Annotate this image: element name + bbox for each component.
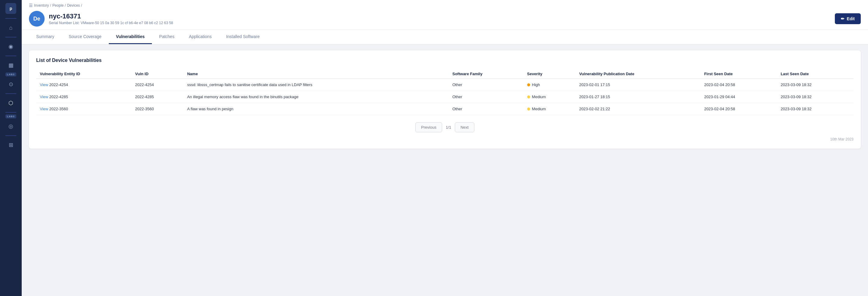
device-serial: Serial Number List: VMware-50 15 0a 30 5… xyxy=(49,21,173,25)
device-header: De nyc-16371 Serial Number List: VMware-… xyxy=(29,11,861,27)
cell-entity-id-2: View 2022-3560 xyxy=(36,103,131,115)
cell-software-family-0: Other xyxy=(449,79,524,91)
vulnerabilities-card: List of Device Vulnerabilities Vulnerabi… xyxy=(29,50,861,149)
tab-source-coverage[interactable]: Source Coverage xyxy=(61,30,109,44)
breadcrumb: ☰ Inventory / People / Devices / xyxy=(29,3,861,8)
tab-applications[interactable]: Applications xyxy=(182,30,219,44)
view-link-0[interactable]: View xyxy=(40,82,48,87)
sidebar-logo[interactable]: p xyxy=(5,3,16,14)
cell-vuln-id-1: 2022-4285 xyxy=(131,91,184,103)
cell-pub-date-0: 2023-02-01 17:15 xyxy=(576,79,701,91)
cell-first-seen-0: 2023-02-04 20:58 xyxy=(701,79,777,91)
sidebar-divider-3 xyxy=(5,93,16,94)
col-entity-id: Vulnerability Entity ID xyxy=(36,69,131,79)
col-software-family: Software Family xyxy=(449,69,524,79)
table-icon[interactable]: ⊞ xyxy=(5,139,17,151)
breadcrumb-icon: ☰ xyxy=(29,3,33,8)
sidebar-divider-2 xyxy=(5,56,16,56)
sidebar-divider-top xyxy=(5,18,16,19)
cell-entity-id-0: View 2022-4254 xyxy=(36,79,131,91)
cell-name-0: sssd: libsss_certmap fails to sanitise c… xyxy=(184,79,449,91)
col-last-seen: Last Seen Date xyxy=(777,69,854,79)
cell-severity-1: Medium xyxy=(524,91,576,103)
col-pub-date: Vulnerability Publication Date xyxy=(576,69,701,79)
device-details: nyc-16371 Serial Number List: VMware-50 … xyxy=(49,12,173,25)
next-button[interactable]: Next xyxy=(455,122,474,132)
col-severity: Severity xyxy=(524,69,576,79)
pagination-info: 1/1 xyxy=(446,125,451,130)
labs-label-2: LABS xyxy=(5,114,16,118)
grid-icon[interactable]: ▦ xyxy=(5,59,17,71)
cell-vuln-id-0: 2022-4254 xyxy=(131,79,184,91)
eye-icon[interactable]: ◉ xyxy=(5,41,17,53)
sidebar-divider-4 xyxy=(5,112,16,113)
tab-patches[interactable]: Patches xyxy=(152,30,182,44)
cell-name-1: An illegal memory access flaw was found … xyxy=(184,91,449,103)
sidebar: p ⌂ ◉ ▦ LABS ⊙ ⬡ LABS ◎ ⊞ xyxy=(0,0,22,296)
cell-entity-id-1: View 2022-4285 xyxy=(36,91,131,103)
vulnerabilities-table-wrapper: Vulnerability Entity ID Vuln ID Name Sof… xyxy=(36,69,854,115)
col-name: Name xyxy=(184,69,449,79)
tab-vulnerabilities[interactable]: Vulnerabilities xyxy=(109,30,152,44)
sidebar-divider-5 xyxy=(5,135,16,136)
cell-severity-0: High xyxy=(524,79,576,91)
col-vuln-id: Vuln ID xyxy=(131,69,184,79)
previous-button[interactable]: Previous xyxy=(415,122,442,132)
home-icon[interactable]: ⌂ xyxy=(5,22,17,34)
breadcrumb-inventory[interactable]: Inventory xyxy=(34,3,49,7)
cell-vuln-id-2: 2022-3560 xyxy=(131,103,184,115)
view-link-2[interactable]: View xyxy=(40,107,48,111)
tab-installed-software[interactable]: Installed Software xyxy=(219,30,267,44)
vulnerabilities-table: Vulnerability Entity ID Vuln ID Name Sof… xyxy=(36,69,854,115)
target-icon[interactable]: ◎ xyxy=(5,120,17,132)
sidebar-divider-1 xyxy=(5,37,16,37)
table-header-row: Vulnerability Entity ID Vuln ID Name Sof… xyxy=(36,69,854,79)
device-name: nyc-16371 xyxy=(49,12,173,20)
cell-name-2: A flaw was found in pesign xyxy=(184,103,449,115)
col-first-seen: First Seen Date xyxy=(701,69,777,79)
edit-button[interactable]: ✏ Edit xyxy=(835,13,861,24)
cell-pub-date-1: 2023-01-27 18:15 xyxy=(576,91,701,103)
labs-label-1: LABS xyxy=(5,73,16,76)
breadcrumb-devices[interactable]: Devices xyxy=(67,3,80,7)
cell-severity-2: Medium xyxy=(524,103,576,115)
main-content: ☰ Inventory / People / Devices / De nyc-… xyxy=(22,0,868,296)
cell-last-seen-2: 2023-03-09 18:32 xyxy=(777,103,854,115)
tab-bar: Summary Source Coverage Vulnerabilities … xyxy=(22,30,868,45)
pencil-icon: ✏ xyxy=(841,16,844,21)
table-row: View 2022-3560 2022-3560 A flaw was foun… xyxy=(36,103,854,115)
table-row: View 2022-4285 2022-4285 An illegal memo… xyxy=(36,91,854,103)
cell-first-seen-2: 2023-02-04 20:58 xyxy=(701,103,777,115)
breadcrumb-people[interactable]: People xyxy=(53,3,64,7)
table-row: View 2022-4254 2022-4254 sssd: libsss_ce… xyxy=(36,79,854,91)
tab-summary[interactable]: Summary xyxy=(29,30,61,44)
page-header: ☰ Inventory / People / Devices / De nyc-… xyxy=(22,0,868,30)
page-content: List of Device Vulnerabilities Vulnerabi… xyxy=(22,45,868,155)
pagination: Previous 1/1 Next xyxy=(36,122,854,132)
cell-pub-date-2: 2023-02-02 21:22 xyxy=(576,103,701,115)
footer-timestamp: 10th Mar 2023 xyxy=(36,137,854,141)
view-link-1[interactable]: View xyxy=(40,95,48,99)
cell-last-seen-1: 2023-03-09 18:32 xyxy=(777,91,854,103)
cell-first-seen-1: 2023-01-29 04:44 xyxy=(701,91,777,103)
cell-software-family-2: Other xyxy=(449,103,524,115)
camera-icon[interactable]: ⊙ xyxy=(5,78,17,90)
avatar: De xyxy=(29,11,44,27)
device-info: De nyc-16371 Serial Number List: VMware-… xyxy=(29,11,173,27)
card-title: List of Device Vulnerabilities xyxy=(36,58,854,63)
cell-last-seen-0: 2023-03-09 18:32 xyxy=(777,79,854,91)
cell-software-family-1: Other xyxy=(449,91,524,103)
database-icon[interactable]: ⬡ xyxy=(5,97,17,109)
